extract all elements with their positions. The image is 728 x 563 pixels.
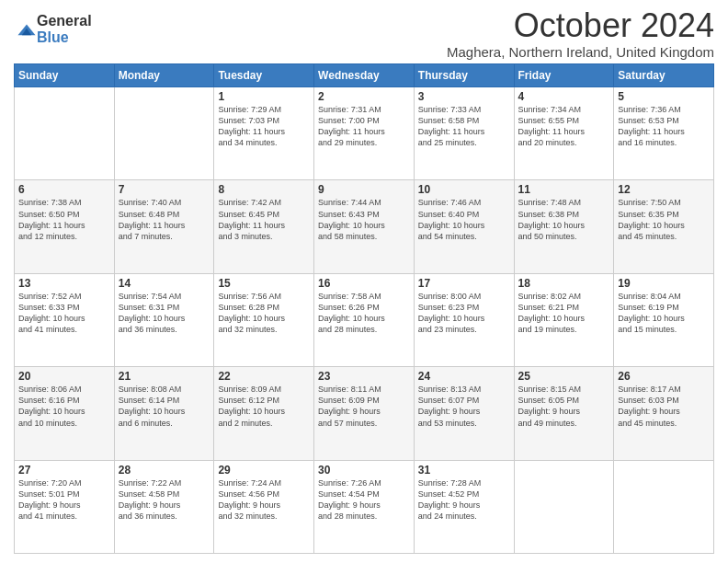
header: General Blue October 2024 Maghera, North…	[14, 9, 714, 60]
day-cell: 5Sunrise: 7:36 AM Sunset: 6:53 PM Daylig…	[614, 87, 714, 180]
day-number: 21	[119, 370, 210, 383]
day-cell: 19Sunrise: 8:04 AM Sunset: 6:19 PM Dayli…	[614, 273, 714, 366]
day-info: Sunrise: 8:17 AM Sunset: 6:03 PM Dayligh…	[618, 384, 710, 429]
day-cell: 4Sunrise: 7:34 AM Sunset: 6:55 PM Daylig…	[514, 87, 614, 180]
day-number: 16	[318, 277, 410, 290]
day-number: 29	[218, 464, 310, 477]
day-number: 18	[518, 277, 610, 290]
header-cell-thursday: Thursday	[414, 64, 514, 87]
day-number: 13	[18, 277, 110, 290]
day-number: 12	[618, 183, 710, 196]
day-cell	[114, 87, 214, 180]
day-info: Sunrise: 7:56 AM Sunset: 6:28 PM Dayligh…	[218, 291, 310, 336]
day-cell: 2Sunrise: 7:31 AM Sunset: 7:00 PM Daylig…	[314, 87, 415, 180]
day-info: Sunrise: 7:24 AM Sunset: 4:56 PM Dayligh…	[218, 477, 310, 523]
day-info: Sunrise: 7:26 AM Sunset: 4:54 PM Dayligh…	[318, 477, 410, 523]
day-info: Sunrise: 7:28 AM Sunset: 4:52 PM Dayligh…	[418, 477, 510, 523]
week-row-0: 1Sunrise: 7:29 AM Sunset: 7:03 PM Daylig…	[15, 87, 714, 180]
day-cell: 16Sunrise: 7:58 AM Sunset: 6:26 PM Dayli…	[314, 273, 415, 366]
day-number: 24	[418, 370, 510, 383]
day-info: Sunrise: 7:38 AM Sunset: 6:50 PM Dayligh…	[18, 197, 110, 242]
day-info: Sunrise: 7:46 AM Sunset: 6:40 PM Dayligh…	[418, 197, 510, 242]
day-number: 28	[119, 464, 210, 477]
day-number: 8	[218, 183, 310, 196]
day-number: 22	[218, 370, 310, 383]
header-cell-saturday: Saturday	[614, 64, 714, 87]
day-info: Sunrise: 7:31 AM Sunset: 7:00 PM Dayligh…	[318, 104, 410, 149]
day-number: 3	[418, 90, 510, 103]
day-info: Sunrise: 8:06 AM Sunset: 6:16 PM Dayligh…	[18, 384, 110, 429]
day-info: Sunrise: 8:11 AM Sunset: 6:09 PM Dayligh…	[318, 384, 410, 429]
day-info: Sunrise: 7:36 AM Sunset: 6:53 PM Dayligh…	[618, 104, 710, 149]
day-number: 9	[318, 183, 410, 196]
day-info: Sunrise: 8:13 AM Sunset: 6:07 PM Dayligh…	[418, 384, 510, 429]
day-cell: 7Sunrise: 7:40 AM Sunset: 6:48 PM Daylig…	[114, 180, 214, 273]
day-info: Sunrise: 8:04 AM Sunset: 6:19 PM Dayligh…	[618, 291, 710, 336]
day-number: 4	[518, 90, 610, 103]
logo-icon	[17, 20, 37, 40]
day-cell: 3Sunrise: 7:33 AM Sunset: 6:58 PM Daylig…	[414, 87, 514, 180]
day-number: 17	[418, 277, 510, 290]
day-number: 5	[618, 90, 710, 103]
day-info: Sunrise: 7:33 AM Sunset: 6:58 PM Dayligh…	[418, 104, 510, 149]
day-number: 30	[318, 464, 410, 477]
day-cell: 6Sunrise: 7:38 AM Sunset: 6:50 PM Daylig…	[15, 180, 115, 273]
day-info: Sunrise: 7:22 AM Sunset: 4:58 PM Dayligh…	[119, 477, 210, 523]
header-row: SundayMondayTuesdayWednesdayThursdayFrid…	[15, 64, 714, 87]
day-cell: 12Sunrise: 7:50 AM Sunset: 6:35 PM Dayli…	[614, 180, 714, 273]
day-number: 26	[618, 370, 710, 383]
day-cell: 14Sunrise: 7:54 AM Sunset: 6:31 PM Dayli…	[114, 273, 214, 366]
day-number: 6	[18, 183, 110, 196]
logo: General Blue	[14, 13, 92, 45]
day-cell: 21Sunrise: 8:08 AM Sunset: 6:14 PM Dayli…	[114, 367, 214, 460]
day-cell: 25Sunrise: 8:15 AM Sunset: 6:05 PM Dayli…	[514, 367, 614, 460]
day-number: 20	[18, 370, 110, 383]
day-info: Sunrise: 7:42 AM Sunset: 6:45 PM Dayligh…	[218, 197, 310, 242]
day-info: Sunrise: 8:09 AM Sunset: 6:12 PM Dayligh…	[218, 384, 310, 429]
logo-blue-text: Blue	[37, 29, 92, 46]
logo-general-text: General	[37, 13, 92, 29]
day-cell: 30Sunrise: 7:26 AM Sunset: 4:54 PM Dayli…	[314, 460, 415, 553]
day-info: Sunrise: 7:29 AM Sunset: 7:03 PM Dayligh…	[218, 104, 310, 149]
day-cell: 1Sunrise: 7:29 AM Sunset: 7:03 PM Daylig…	[214, 87, 314, 180]
title-section: October 2024 Maghera, Northern Ireland, …	[447, 9, 714, 60]
day-number: 7	[119, 183, 210, 196]
day-info: Sunrise: 8:00 AM Sunset: 6:23 PM Dayligh…	[418, 291, 510, 336]
day-cell: 29Sunrise: 7:24 AM Sunset: 4:56 PM Dayli…	[214, 460, 314, 553]
day-info: Sunrise: 8:08 AM Sunset: 6:14 PM Dayligh…	[119, 384, 210, 429]
week-row-4: 27Sunrise: 7:20 AM Sunset: 5:01 PM Dayli…	[15, 460, 714, 553]
day-info: Sunrise: 8:02 AM Sunset: 6:21 PM Dayligh…	[518, 291, 610, 336]
day-cell: 27Sunrise: 7:20 AM Sunset: 5:01 PM Dayli…	[15, 460, 115, 553]
header-cell-wednesday: Wednesday	[314, 64, 415, 87]
day-info: Sunrise: 7:20 AM Sunset: 5:01 PM Dayligh…	[18, 477, 110, 523]
day-number: 11	[518, 183, 610, 196]
day-number: 27	[18, 464, 110, 477]
day-cell: 10Sunrise: 7:46 AM Sunset: 6:40 PM Dayli…	[414, 180, 514, 273]
day-cell	[15, 87, 115, 180]
day-cell: 17Sunrise: 8:00 AM Sunset: 6:23 PM Dayli…	[414, 273, 514, 366]
day-info: Sunrise: 7:58 AM Sunset: 6:26 PM Dayligh…	[318, 291, 410, 336]
day-cell	[614, 460, 714, 553]
day-cell: 8Sunrise: 7:42 AM Sunset: 6:45 PM Daylig…	[214, 180, 314, 273]
day-cell: 20Sunrise: 8:06 AM Sunset: 6:16 PM Dayli…	[15, 367, 115, 460]
day-number: 1	[218, 90, 310, 103]
day-cell: 28Sunrise: 7:22 AM Sunset: 4:58 PM Dayli…	[114, 460, 214, 553]
day-info: Sunrise: 7:50 AM Sunset: 6:35 PM Dayligh…	[618, 197, 710, 242]
page: General Blue October 2024 Maghera, North…	[0, 0, 728, 563]
header-cell-sunday: Sunday	[15, 64, 115, 87]
week-row-3: 20Sunrise: 8:06 AM Sunset: 6:16 PM Dayli…	[15, 367, 714, 460]
day-number: 19	[618, 277, 710, 290]
day-number: 2	[318, 90, 410, 103]
month-title: October 2024	[447, 9, 714, 42]
day-cell: 23Sunrise: 8:11 AM Sunset: 6:09 PM Dayli…	[314, 367, 415, 460]
day-number: 10	[418, 183, 510, 196]
day-number: 14	[119, 277, 210, 290]
day-cell: 11Sunrise: 7:48 AM Sunset: 6:38 PM Dayli…	[514, 180, 614, 273]
day-number: 25	[518, 370, 610, 383]
day-info: Sunrise: 7:34 AM Sunset: 6:55 PM Dayligh…	[518, 104, 610, 149]
week-row-2: 13Sunrise: 7:52 AM Sunset: 6:33 PM Dayli…	[15, 273, 714, 366]
week-row-1: 6Sunrise: 7:38 AM Sunset: 6:50 PM Daylig…	[15, 180, 714, 273]
day-info: Sunrise: 7:54 AM Sunset: 6:31 PM Dayligh…	[119, 291, 210, 336]
day-cell: 26Sunrise: 8:17 AM Sunset: 6:03 PM Dayli…	[614, 367, 714, 460]
day-number: 31	[418, 464, 510, 477]
